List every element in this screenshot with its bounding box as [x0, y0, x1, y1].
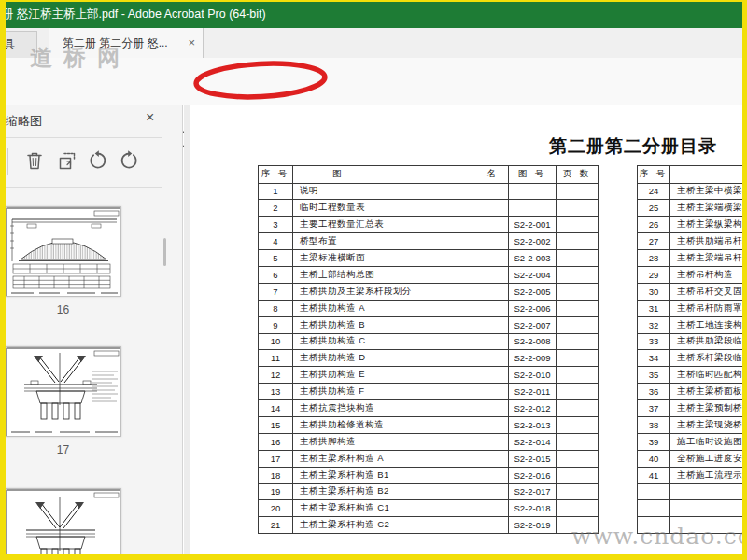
table-row: 26主桥主梁纵梁构造: [638, 217, 743, 233]
table-cell: S2-2-010: [509, 367, 557, 384]
table-row: 37主桥主梁预制桥面板: [638, 400, 743, 417]
watermark-bottom-right: www.cndao.com: [571, 523, 742, 550]
panel-close-icon[interactable]: ×: [146, 109, 154, 126]
table-cell: 8: [259, 300, 293, 316]
table-cell: 主桥吊杆构造: [670, 266, 743, 283]
table-cell: 临时工程数量表: [293, 200, 509, 217]
table-cell: S2-2-013: [509, 416, 557, 433]
table-cell: 主桥主梁现浇桥面板: [670, 416, 743, 433]
table-cell: S2-2-001: [509, 217, 557, 233]
table-cell: 主桥主梁桥面板构造: [670, 384, 743, 400]
table-cell: [557, 250, 599, 267]
table-cell: S2-2-015: [509, 450, 557, 467]
table-cell: [638, 500, 670, 517]
table-cell: 2: [259, 200, 293, 217]
table-row: [638, 500, 743, 517]
table-row: 8主桥拱肋构造 AS2-2-006: [259, 300, 599, 316]
table-row: 21主桥主梁系杆构造 C2S2-2-019: [259, 517, 599, 534]
table-cell: S2-2-009: [509, 350, 557, 367]
close-tab-icon[interactable]: ×: [188, 28, 195, 58]
table-header-row: 序 号 图: [638, 166, 743, 184]
table-cell: [557, 416, 599, 433]
table-cell: 主桥主梁预制桥面板: [670, 400, 743, 417]
table-cell: 13: [259, 384, 293, 400]
table-cell: [670, 500, 743, 517]
col-header-name: 图: [670, 166, 743, 184]
table-row: 16主桥拱脚构造S2-2-014: [259, 433, 599, 450]
page-thumbnail-17[interactable]: [5, 346, 121, 437]
rotate-clockwise-icon[interactable]: [119, 149, 141, 172]
window-title: 册 怒江桥主桥上部.pdf - Adobe Acrobat Pro (64-bi…: [2, 0, 266, 28]
table-cell: [509, 200, 557, 217]
table-cell: S2-2-018: [509, 500, 557, 517]
table-cell: S2-2-005: [509, 283, 557, 300]
table-cell: 31: [638, 300, 670, 316]
table-cell: 主桥主梁系杆构造 C2: [293, 517, 509, 534]
page-thumbnail-16[interactable]: [5, 206, 121, 297]
table-cell: [557, 200, 599, 217]
table-cell: 14: [259, 400, 293, 417]
table-row: 5主梁标准横断面S2-2-003: [259, 250, 599, 267]
rotate-counterclockwise-icon[interactable]: [86, 149, 108, 172]
table-cell: 36: [638, 384, 670, 400]
table-cell: 40: [638, 450, 670, 467]
table-row: 14主桥抗震挡块构造S2-2-012: [259, 400, 599, 417]
table-cell: [557, 300, 599, 316]
table-cell: 主桥吊杆交叉固定处: [670, 283, 743, 300]
table-cell: 32: [638, 316, 670, 333]
delete-page-icon[interactable]: [23, 149, 46, 172]
table-cell: [557, 500, 599, 517]
table-cell: 5: [259, 250, 293, 267]
table-row: 6主桥上部结构总图S2-2-004: [259, 266, 599, 283]
table-cell: [557, 450, 599, 467]
table-cell: [557, 467, 599, 483]
table-cell: 主梁标准横断面: [293, 250, 509, 267]
table-cell: 主桥拱肋梁段临时: [670, 333, 743, 350]
pdf-page: 第二册第二分册目录 序 号 图名 图 号 页 数 1说明2临时工程数量表3主要工…: [190, 105, 742, 554]
table-cell: 18: [259, 467, 293, 483]
table-cell: 16: [259, 433, 293, 450]
table-row: 20主桥主梁系杆构造 C1S2-2-018: [259, 500, 599, 517]
table-cell: [557, 266, 599, 283]
resize-pages-icon[interactable]: [56, 149, 78, 172]
table-cell: 33: [638, 333, 670, 350]
table-cell: 24: [638, 183, 670, 200]
table-cell: 17: [259, 450, 293, 467]
table-cell: 38: [638, 416, 670, 433]
table-cell: S2-2-017: [509, 483, 557, 500]
table-cell: 41: [638, 467, 670, 483]
page-thumbnail-18[interactable]: [5, 488, 121, 560]
panel-scrollbar[interactable]: [163, 238, 166, 266]
table-row: [638, 483, 743, 500]
table-cell: [670, 483, 743, 500]
table-cell: 主桥主梁系杆构造 B2: [293, 483, 509, 500]
table-cell: 25: [638, 200, 670, 217]
table-row: 38主桥主梁现浇桥面板: [638, 416, 743, 433]
table-cell: 主桥拱肋构造 C: [293, 333, 509, 350]
table-row: 17主桥主梁系杆构造 AS2-2-015: [259, 450, 599, 467]
table-cell: 说明: [293, 183, 509, 200]
table-row: 34主桥系杆梁段临时: [638, 350, 743, 367]
table-cell: 11: [259, 350, 293, 367]
toc-table-left: 序 号 图名 图 号 页 数 1说明2临时工程数量表3主要工程数量汇总表S2-2…: [258, 165, 599, 534]
table-row: 2临时工程数量表: [259, 200, 599, 217]
table-cell: S2-2-004: [509, 266, 557, 283]
table-cell: 30: [638, 283, 670, 300]
table-cell: 34: [638, 350, 670, 367]
table-cell: 主桥工地连接构造: [670, 316, 743, 333]
table-cell: 主桥系杆梁段临时: [670, 350, 743, 367]
table-cell: [557, 183, 599, 200]
table-cell: [557, 384, 599, 400]
table-cell: 主桥主梁纵梁构造: [670, 217, 743, 233]
toc-table-right: 序 号 图 24主桥主梁中横梁构造25主桥主梁端横梁构造26主桥主梁纵梁构造27…: [637, 165, 742, 534]
table-cell: 全桥施工进度安排: [670, 450, 743, 467]
table-cell: 施工临时设施图: [670, 433, 743, 450]
table-cell: 10: [259, 333, 293, 350]
table-cell: 主桥施工流程示意图: [670, 467, 743, 483]
table-cell: [509, 183, 557, 200]
table-cell: 29: [638, 266, 670, 283]
table-cell: [557, 333, 599, 350]
table-cell: 主要工程数量汇总表: [293, 217, 509, 233]
table-row: 25主桥主梁端横梁构造: [638, 200, 743, 217]
table-cell: [557, 367, 599, 384]
